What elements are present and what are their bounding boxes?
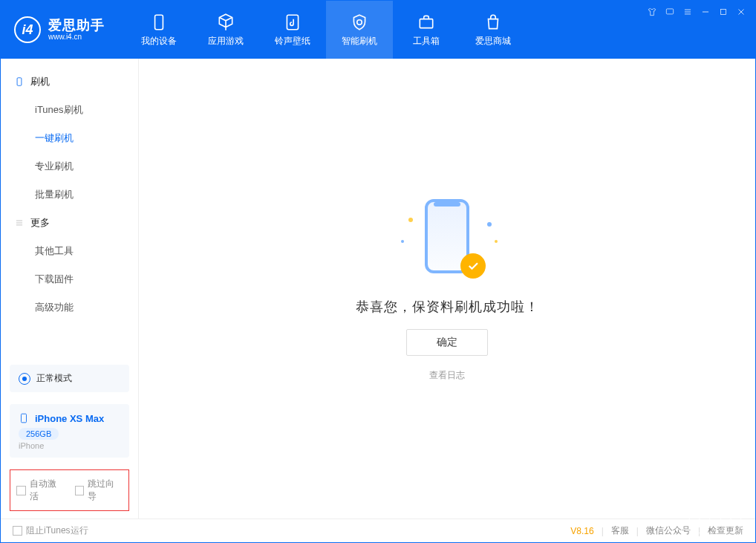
bag-icon <box>483 13 503 32</box>
svg-rect-4 <box>721 10 726 15</box>
sidebar-item-oneclick-flash[interactable]: 一键刷机 <box>1 124 138 152</box>
sidebar-item-batch-flash[interactable]: 批量刷机 <box>1 181 138 209</box>
logo-text: 爱思助手 www.i4.cn <box>48 19 105 42</box>
title-bar: i4 爱思助手 www.i4.cn 我的设备 应用游戏 铃声壁纸 智能刷机 <box>1 1 755 59</box>
svg-rect-3 <box>666 9 673 14</box>
status-bar: 阻止iTunes运行 V8.16 | 客服 | 微信公众号 | 检查更新 <box>1 518 755 542</box>
ok-button[interactable]: 确定 <box>406 329 488 356</box>
svg-rect-7 <box>22 414 27 423</box>
check-badge-icon <box>460 253 486 279</box>
nav-label: 爱思商城 <box>475 35 511 48</box>
phone-notch-icon <box>434 202 460 207</box>
success-message: 恭喜您，保资料刷机成功啦！ <box>356 298 539 316</box>
nav-label: 智能刷机 <box>342 35 377 48</box>
top-nav: 我的设备 应用游戏 铃声壁纸 智能刷机 工具箱 爱思商城 <box>126 1 527 59</box>
version-label: V8.16 <box>570 526 593 536</box>
music-file-icon <box>283 13 302 32</box>
device-capacity-badge: 256GB <box>19 428 59 440</box>
nav-label: 我的设备 <box>141 35 177 48</box>
nav-label: 铃声壁纸 <box>275 35 310 48</box>
checkbox-label: 阻止iTunes运行 <box>26 524 88 537</box>
group-title: 刷机 <box>30 75 50 88</box>
device-name-label: iPhone XS Max <box>35 413 104 424</box>
sidebar-item-other-tools[interactable]: 其他工具 <box>1 237 138 265</box>
tshirt-icon[interactable] <box>645 5 659 19</box>
sidebar-item-pro-flash[interactable]: 专业刷机 <box>1 152 138 181</box>
sidebar-item-advanced[interactable]: 高级功能 <box>1 293 138 322</box>
nav-apps[interactable]: 应用游戏 <box>192 1 259 59</box>
body: 刷机 iTunes刷机 一键刷机 专业刷机 批量刷机 更多 其他工具 下载固件 … <box>1 59 755 518</box>
device-status-card[interactable]: 正常模式 <box>10 365 129 392</box>
checkbox-label: 跳过向导 <box>88 478 123 503</box>
menu-icon[interactable] <box>681 5 694 19</box>
device-info-card[interactable]: iPhone XS Max 256GB iPhone <box>10 404 129 458</box>
wechat-link[interactable]: 微信公众号 <box>646 524 691 537</box>
svg-rect-6 <box>17 78 22 86</box>
phone-icon <box>19 412 29 425</box>
minimize-icon[interactable] <box>699 5 712 19</box>
device-type-label: iPhone <box>19 441 120 450</box>
logo-area: i4 爱思助手 www.i4.cn <box>1 1 118 59</box>
cube-icon <box>216 13 235 32</box>
checkbox-box-icon <box>75 486 85 495</box>
sidebar-item-itunes-flash[interactable]: iTunes刷机 <box>1 96 138 124</box>
nav-label: 工具箱 <box>413 35 440 48</box>
phone-icon <box>149 13 169 32</box>
nav-my-device[interactable]: 我的设备 <box>126 1 192 59</box>
toolbox-icon <box>417 13 436 32</box>
window-controls <box>638 1 755 59</box>
list-icon <box>14 218 25 228</box>
status-dot-icon <box>19 373 30 385</box>
logo-icon: i4 <box>14 16 41 43</box>
status-mode-label: 正常模式 <box>36 372 72 385</box>
nav-label: 应用游戏 <box>208 35 244 48</box>
brand-url: www.i4.cn <box>48 33 105 41</box>
nav-ringtones[interactable]: 铃声壁纸 <box>259 1 326 59</box>
sidebar-group-flash: 刷机 <box>1 68 138 96</box>
svg-rect-1 <box>287 15 298 30</box>
shield-refresh-icon <box>350 13 369 32</box>
checkbox-box-icon <box>13 526 22 536</box>
main-content: 恭喜您，保资料刷机成功啦！ 确定 查看日志 <box>139 59 755 518</box>
feedback-icon[interactable] <box>663 5 677 19</box>
checkbox-skip-guide[interactable]: 跳过向导 <box>75 478 123 503</box>
svg-rect-2 <box>420 19 432 27</box>
device-icon <box>14 77 25 87</box>
nav-toolbox[interactable]: 工具箱 <box>393 1 460 59</box>
sidebar-group-more: 更多 <box>1 209 138 237</box>
checkbox-block-itunes[interactable]: 阻止iTunes运行 <box>13 524 88 537</box>
app-window: i4 爱思助手 www.i4.cn 我的设备 应用游戏 铃声壁纸 智能刷机 <box>0 0 756 543</box>
nav-flash[interactable]: 智能刷机 <box>326 1 393 59</box>
group-title: 更多 <box>30 216 50 230</box>
nav-store[interactable]: 爱思商城 <box>460 1 527 59</box>
success-illustration <box>395 195 499 284</box>
checkbox-auto-activate[interactable]: 自动激活 <box>16 478 65 503</box>
maximize-icon[interactable] <box>717 5 730 19</box>
brand-name: 爱思助手 <box>48 19 105 33</box>
checkbox-box-icon <box>16 486 26 495</box>
close-icon[interactable] <box>734 5 748 19</box>
sidebar-item-download-fw[interactable]: 下载固件 <box>1 265 138 293</box>
sidebar: 刷机 iTunes刷机 一键刷机 专业刷机 批量刷机 更多 其他工具 下载固件 … <box>1 59 139 518</box>
support-link[interactable]: 客服 <box>611 524 629 537</box>
svg-rect-0 <box>155 15 163 30</box>
svg-point-5 <box>729 519 732 522</box>
options-highlight-box: 自动激活 跳过向导 <box>10 469 129 511</box>
view-log-link[interactable]: 查看日志 <box>429 369 465 382</box>
checkbox-label: 自动激活 <box>30 478 65 503</box>
